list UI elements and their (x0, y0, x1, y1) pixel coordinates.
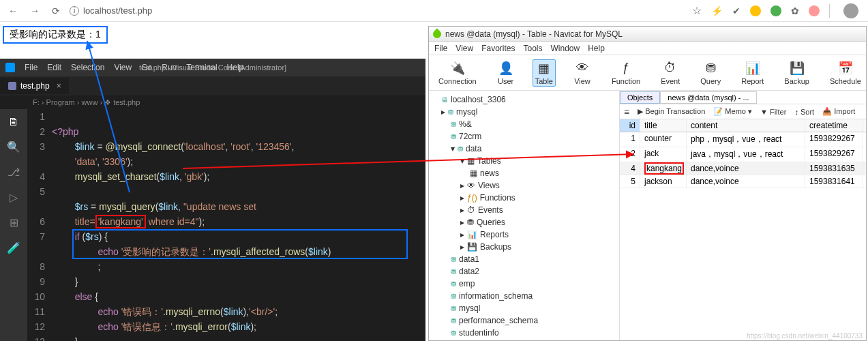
begin-transaction-button[interactable]: ▶ Begin Transaction (638, 107, 705, 116)
connection-tree[interactable]: 🖥localhost_3306 ▸⛃mysql ⛃%& ⛃72crm ▾⛃dat… (429, 91, 620, 340)
table-row: 2jackjava，mysql，vue，react1593829267 (620, 147, 866, 162)
tree-item: ⛃data1 (432, 253, 616, 265)
tree-conn: 🖥localhost_3306 (432, 93, 616, 106)
col-createtime[interactable]: createtime (805, 119, 863, 132)
ext-icon[interactable] (750, 5, 761, 16)
data-tabs: Objects news @data (mysql) - ... (620, 91, 866, 104)
menu-favorites[interactable]: Favorites (481, 44, 515, 53)
browser-toolbar: ← → ⟳ i localhost/test.php ☆ ⚡ ✔ ✿ (0, 0, 868, 22)
back-icon[interactable]: ← (5, 5, 20, 16)
menu-tools[interactable]: Tools (524, 44, 543, 53)
function-button[interactable]: ƒFunction (609, 59, 643, 87)
tree-views: ▸👁Views (432, 179, 616, 192)
tree-backups: ▸💾Backups (432, 241, 616, 253)
reload-icon[interactable]: ⟳ (49, 5, 63, 16)
search-icon[interactable]: 🔍 (7, 140, 20, 153)
hamburger-icon[interactable]: ≡ (624, 106, 629, 117)
tree-reports: ▸📊Reports (432, 228, 616, 241)
browser-actions: ☆ ⚡ ✔ ✿ (692, 3, 863, 18)
tree-item: ⛃data2 (432, 265, 616, 278)
tab-news[interactable]: news @data (mysql) - ... (660, 91, 756, 104)
col-title[interactable]: title (640, 119, 687, 132)
activity-bar: 🗎 🔍 ⎇ ▷ ⊞ 🧪 (0, 109, 27, 341)
navicat-toolbar: 🔌Connection 👤User ▦Table 👁View ƒFunction… (429, 55, 866, 91)
col-content[interactable]: content (687, 119, 805, 132)
data-panel: Objects news @data (mysql) - ... ≡ ▶ Beg… (620, 91, 866, 340)
vscode-window: File Edit Selection View Go Run Terminal… (0, 59, 425, 341)
tree-functions: ▸ƒ()Functions (432, 192, 616, 204)
tab-label: test.php (20, 81, 50, 91)
table-toolbar: ≡ ▶ Begin Transaction 📝 Memo ▾ ▼ Filter … (620, 104, 866, 119)
url-text: localhost/test.php (83, 5, 152, 16)
navicat-menu: File View Favorites Tools Window Help (429, 42, 866, 55)
window-title: news @data (mysql) - Table - Navicat for… (445, 29, 623, 39)
tree-item: ⛃%& (432, 118, 616, 130)
tree-db: ▸⛃mysql (432, 106, 616, 118)
tree-item: ⛃studentinfo (432, 327, 616, 339)
bookmark-icon[interactable]: ☆ (692, 4, 702, 17)
ext-icon[interactable]: ⚡ (711, 5, 723, 16)
table-row: 5jacksondance,voince1593831641 (620, 175, 866, 188)
ext-icon[interactable] (809, 5, 820, 16)
data-grid[interactable]: id title content createtime 1counterphp，… (620, 119, 866, 340)
table-button[interactable]: ▦Table (533, 59, 556, 87)
scm-icon[interactable]: ⎇ (8, 166, 20, 179)
info-icon[interactable]: i (70, 6, 79, 16)
table-header: id title content createtime (620, 119, 866, 132)
highlighted-cell: kangkang (644, 162, 684, 175)
tree-item: ⛃information_schema (432, 290, 616, 302)
tree-item: ⛃performance_schema (432, 314, 616, 327)
highlighted-value: 'kangkang' (95, 215, 146, 228)
query-button[interactable]: ⛃Query (698, 59, 723, 87)
navicat-window: news @data (mysql) - Table - Navicat for… (428, 26, 867, 341)
menu-file[interactable]: File (434, 44, 447, 53)
user-button[interactable]: 👤User (494, 59, 518, 87)
event-button[interactable]: ⏱Event (658, 59, 683, 87)
ext-icon[interactable]: ✿ (791, 5, 799, 16)
line-numbers: 12345678910111213 (27, 109, 52, 341)
close-tab-icon[interactable]: × (57, 81, 61, 91)
memo-button[interactable]: 📝 Memo ▾ (713, 107, 752, 116)
view-button[interactable]: 👁View (571, 59, 594, 87)
report-button[interactable]: 📊Report (738, 59, 766, 87)
tree-table-news: ▦news (432, 167, 616, 179)
vscode-titlebar: File Edit Selection View Go Run Terminal… (0, 59, 425, 76)
schedule-button[interactable]: 📅Schedule (827, 59, 864, 87)
tree-queries: ▸⛃Queries (432, 216, 616, 228)
ext-icon[interactable] (770, 5, 781, 16)
connection-button[interactable]: 🔌Connection (436, 59, 479, 87)
menu-view[interactable]: View (455, 44, 473, 53)
watermark: https://blog.csdn.net/weixin_44100733 (747, 332, 863, 340)
tab-objects[interactable]: Objects (620, 91, 660, 104)
table-row-selected: 4kangkangdance,voince1593831635 (620, 162, 866, 175)
menu-window[interactable]: Window (551, 44, 580, 53)
tree-item: ⛃72crm (432, 130, 616, 143)
profile-icon[interactable] (843, 3, 858, 18)
tree-item: ⛃mysql (432, 302, 616, 314)
forward-icon[interactable]: → (27, 5, 42, 16)
debug-icon[interactable]: ▷ (10, 191, 18, 204)
backup-button[interactable]: 💾Backup (781, 59, 812, 87)
editor-tab[interactable]: test.php × (0, 78, 70, 94)
tree-item: ⛃emp (432, 278, 616, 290)
tree-db: ▾⛃data (432, 143, 616, 155)
code-editor[interactable]: <?php $link = @mysqli_connect('localhost… (52, 109, 425, 341)
divider (829, 4, 830, 18)
php-file-icon (8, 82, 16, 90)
extensions-icon[interactable]: ⊞ (10, 216, 18, 229)
affected-rows-output: 受影响的记录数是：1 (3, 26, 108, 44)
ext-icon[interactable]: ✔ (732, 5, 740, 16)
testing-icon[interactable]: 🧪 (7, 241, 20, 254)
explorer-icon[interactable]: 🗎 (8, 116, 19, 128)
address-bar[interactable]: i localhost/test.php (70, 5, 685, 16)
table-row: 1counterphp，mysql，vue，react1593829267 (620, 132, 866, 147)
tree-tables: ▾▦Tables (432, 155, 616, 167)
navicat-titlebar: news @data (mysql) - Table - Navicat for… (429, 27, 866, 42)
menu-help[interactable]: Help (588, 44, 605, 53)
col-id[interactable]: id (620, 119, 640, 132)
breadcrumb[interactable]: F: › Program › www › ❖ test.php (0, 95, 425, 109)
import-button[interactable]: 📥 Import (822, 107, 855, 116)
filter-button[interactable]: ▼ Filter (760, 108, 786, 116)
window-title: test.php - Visual Studio Code [Administr… (0, 63, 425, 72)
sort-button[interactable]: ↕ Sort (794, 108, 814, 116)
